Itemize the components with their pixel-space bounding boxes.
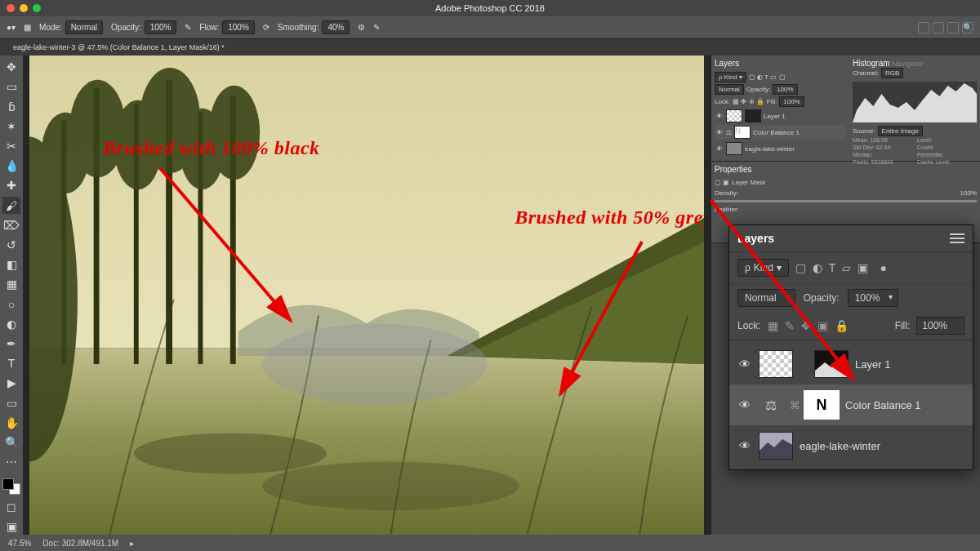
quick-select-tool[interactable]: ✶ xyxy=(2,118,20,135)
panel-menu-icon[interactable] xyxy=(950,233,964,243)
visibility-toggle-icon[interactable]: 👁 xyxy=(737,439,752,452)
document-tab[interactable]: eagle-lake-winter-3 @ 47.5% (Color Balan… xyxy=(7,43,231,51)
healing-tool[interactable]: ✚ xyxy=(2,177,20,193)
foreground-swatch[interactable] xyxy=(2,478,14,490)
svg-line-18 xyxy=(160,168,291,321)
annotation-black: Brushed with 100% black xyxy=(103,137,320,159)
layer-name[interactable]: Color Balance 1 xyxy=(845,399,921,411)
svg-line-22 xyxy=(710,200,853,380)
flow-input[interactable]: 100% xyxy=(222,20,255,34)
canvas-area[interactable]: Brushed with 100% black Brushed with 50%… xyxy=(23,56,710,535)
layer-row[interactable]: 👁 eagle-lake-winter xyxy=(729,425,973,466)
gradient-tool[interactable]: ▦ xyxy=(2,276,20,292)
airbrush-icon[interactable]: ⟳ xyxy=(263,23,270,32)
mini-layer-row[interactable]: 👁⚖NColor Balance 1 xyxy=(715,125,846,140)
smoothing-label: Smoothing: xyxy=(278,23,319,32)
layer-thumbnail[interactable] xyxy=(759,432,793,460)
mini-layer-row[interactable]: 👁eagle-lake-winter xyxy=(715,141,846,156)
mini-layers-tab[interactable]: Layers xyxy=(715,59,846,68)
document-tab-bar: eagle-lake-winter-3 @ 47.5% (Color Balan… xyxy=(0,39,980,56)
mini-kind-filter[interactable]: ρ Kind ▾ xyxy=(715,72,746,82)
arrow-grey-to-mask-icon xyxy=(678,192,890,396)
brush-preset-icon[interactable]: ●▾ xyxy=(7,23,16,32)
color-swatches[interactable] xyxy=(2,478,20,495)
smoothing-gear-icon[interactable]: ⚙ xyxy=(358,23,365,32)
channel-select[interactable]: RGB xyxy=(881,68,903,78)
tools-panel: ✥ ▭ ɓ ✶ ✂ 💧 ✚ 🖌 ⌦ ↺ ◧ ▦ ○ ◐ ✒ T ▶ ▭ ✋ 🔍 … xyxy=(0,56,23,535)
minimize-window-button[interactable] xyxy=(20,4,28,12)
workspace-switcher[interactable]: 🔍 xyxy=(918,22,973,33)
visibility-toggle-icon[interactable]: 👁 xyxy=(737,398,752,411)
doc-size[interactable]: Doc: 302.8M/491.1M xyxy=(42,539,118,548)
mini-opacity[interactable]: 100% xyxy=(773,84,797,95)
close-window-button[interactable] xyxy=(7,4,15,12)
blend-mode-select[interactable]: Normal xyxy=(65,20,103,34)
histogram-graph xyxy=(853,82,977,122)
maximize-window-button[interactable] xyxy=(33,4,41,12)
edit-toolbar[interactable]: ⋯ xyxy=(2,454,20,470)
lasso-tool[interactable]: ɓ xyxy=(2,98,20,114)
opacity-input[interactable]: 100% xyxy=(145,20,177,34)
layer-name[interactable]: eagle-lake-winter xyxy=(800,440,880,452)
app-title: Adobe Photoshop CC 2018 xyxy=(435,3,545,13)
move-tool[interactable]: ✥ xyxy=(2,59,20,75)
flow-label: Flow: xyxy=(199,23,219,32)
link-icon[interactable]: ⌘ xyxy=(790,399,798,411)
annotation-grey: Brushed with 50% grey xyxy=(514,207,704,229)
pressure-opacity-icon[interactable]: ✎ xyxy=(185,23,191,32)
crop-tool[interactable]: ✂ xyxy=(2,138,20,154)
mini-layer-row[interactable]: 👁Layer 1 xyxy=(715,109,846,123)
type-tool[interactable]: T xyxy=(2,355,20,371)
histogram-panel[interactable]: Histogram Navigator Channel:RGB Source:E… xyxy=(849,56,980,161)
blur-tool[interactable]: ○ xyxy=(2,295,20,312)
options-bar: ●▾ ▦ Mode:Normal Opacity:100% ✎ Flow:100… xyxy=(0,16,980,39)
window-controls xyxy=(0,4,41,12)
fill-label-big: Fill: xyxy=(895,320,911,331)
opacity-label: Opacity: xyxy=(111,23,141,32)
window-titlebar: Adobe Photoshop CC 2018 xyxy=(0,0,980,16)
mini-layers-panel[interactable]: Layers ρ Kind ▾ ▢ ◐ T ▭ ▢ Normal Opacity… xyxy=(711,56,849,161)
dodge-tool[interactable]: ◐ xyxy=(2,316,20,332)
pen-tool[interactable]: ✒ xyxy=(2,335,20,352)
zoom-tool[interactable]: 🔍 xyxy=(2,434,20,451)
svg-line-19 xyxy=(560,242,642,394)
history-brush-tool[interactable]: ↺ xyxy=(2,237,20,253)
brush-settings-icon[interactable]: ▦ xyxy=(24,23,31,32)
pressure-size-icon[interactable]: ✎ xyxy=(373,23,380,32)
status-chevron-icon[interactable]: ▸ xyxy=(130,539,134,548)
color-balance-icon[interactable]: ⚖ xyxy=(759,394,783,415)
mini-fill[interactable]: 100% xyxy=(779,96,804,107)
fill-input-big[interactable]: 100% xyxy=(916,317,964,335)
zoom-level[interactable]: 47.5% xyxy=(8,539,31,548)
screen-mode-icon[interactable]: ▣ xyxy=(2,518,20,535)
hand-tool[interactable]: ✋ xyxy=(2,415,20,431)
status-bar: 47.5% Doc: 302.8M/491.1M ▸ xyxy=(0,535,980,551)
path-select-tool[interactable]: ▶ xyxy=(2,375,20,391)
document-canvas[interactable]: Brushed with 100% black Brushed with 50%… xyxy=(29,56,704,535)
stamp-tool[interactable]: ⌦ xyxy=(2,217,20,233)
eraser-tool[interactable]: ◧ xyxy=(2,256,20,273)
mini-blend-select[interactable]: Normal xyxy=(715,84,744,95)
smoothing-input[interactable]: 40% xyxy=(322,20,350,34)
marquee-tool[interactable]: ▭ xyxy=(2,78,20,95)
mode-label: Mode: xyxy=(39,23,62,32)
quick-mask-icon[interactable]: ◻ xyxy=(2,498,20,514)
eyedropper-tool[interactable]: 💧 xyxy=(2,158,20,174)
brush-tool[interactable]: 🖌 xyxy=(2,197,20,213)
shape-tool[interactable]: ▭ xyxy=(2,394,20,411)
